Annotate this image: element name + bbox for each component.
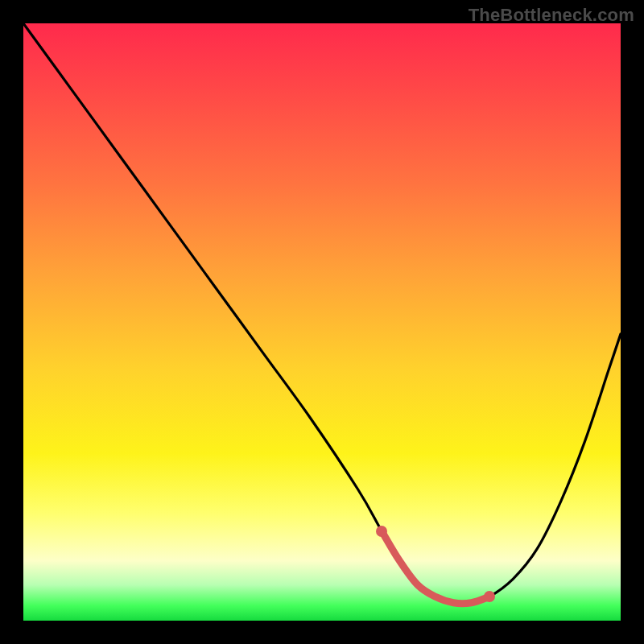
highlight-marker — [484, 591, 495, 602]
plot-background-gradient — [23, 23, 621, 621]
chart-frame: TheBottleneck.com — [0, 0, 644, 644]
watermark-text: TheBottleneck.com — [469, 5, 634, 26]
highlight-marker — [376, 526, 387, 537]
